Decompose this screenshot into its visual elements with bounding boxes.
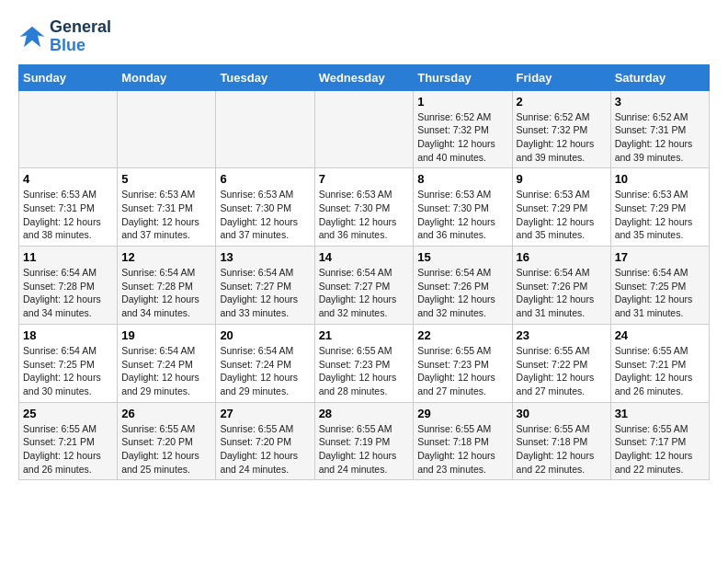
calendar-header-row: SundayMondayTuesdayWednesdayThursdayFrid… <box>19 64 710 90</box>
day-number: 21 <box>319 328 410 342</box>
day-number: 13 <box>220 250 310 264</box>
day-info: Sunrise: 6:52 AM Sunset: 7:32 PM Dayligh… <box>517 110 607 165</box>
calendar-table: SundayMondayTuesdayWednesdayThursdayFrid… <box>18 64 710 481</box>
week-row-5: 25Sunrise: 6:55 AM Sunset: 7:21 PM Dayli… <box>19 402 710 480</box>
day-info: Sunrise: 6:52 AM Sunset: 7:31 PM Dayligh… <box>615 110 705 165</box>
day-info: Sunrise: 6:53 AM Sunset: 7:29 PM Dayligh… <box>517 188 607 242</box>
day-number: 1 <box>417 95 507 109</box>
day-cell: 15Sunrise: 6:54 AM Sunset: 7:26 PM Dayli… <box>414 247 512 325</box>
day-number: 15 <box>417 250 507 264</box>
day-info: Sunrise: 6:54 AM Sunset: 7:25 PM Dayligh… <box>23 344 113 398</box>
day-info: Sunrise: 6:54 AM Sunset: 7:28 PM Dayligh… <box>121 266 211 320</box>
day-number: 22 <box>417 328 507 342</box>
day-info: Sunrise: 6:55 AM Sunset: 7:20 PM Dayligh… <box>121 422 211 477</box>
day-number: 10 <box>615 172 705 186</box>
day-number: 6 <box>220 172 310 186</box>
day-cell: 18Sunrise: 6:54 AM Sunset: 7:25 PM Dayli… <box>19 324 118 402</box>
day-cell: 17Sunrise: 6:54 AM Sunset: 7:25 PM Dayli… <box>610 247 709 325</box>
day-info: Sunrise: 6:55 AM Sunset: 7:22 PM Dayligh… <box>517 344 607 398</box>
week-row-2: 4Sunrise: 6:53 AM Sunset: 7:31 PM Daylig… <box>19 168 710 247</box>
day-number: 20 <box>220 328 310 342</box>
day-cell: 4Sunrise: 6:53 AM Sunset: 7:31 PM Daylig… <box>19 168 118 247</box>
day-number: 28 <box>319 407 410 420</box>
day-number: 25 <box>23 407 113 420</box>
logo: General Blue <box>18 18 111 55</box>
day-cell <box>118 90 216 168</box>
day-info: Sunrise: 6:54 AM Sunset: 7:26 PM Dayligh… <box>417 266 507 320</box>
day-number: 26 <box>121 407 211 420</box>
day-info: Sunrise: 6:53 AM Sunset: 7:30 PM Dayligh… <box>220 188 310 242</box>
day-cell: 16Sunrise: 6:54 AM Sunset: 7:26 PM Dayli… <box>512 247 610 325</box>
day-cell: 10Sunrise: 6:53 AM Sunset: 7:29 PM Dayli… <box>610 168 709 247</box>
day-cell: 26Sunrise: 6:55 AM Sunset: 7:20 PM Dayli… <box>118 402 216 480</box>
day-number: 30 <box>517 407 607 420</box>
day-cell <box>19 90 118 168</box>
day-info: Sunrise: 6:55 AM Sunset: 7:18 PM Dayligh… <box>417 422 507 477</box>
day-info: Sunrise: 6:54 AM Sunset: 7:28 PM Dayligh… <box>23 266 113 320</box>
day-cell: 31Sunrise: 6:55 AM Sunset: 7:17 PM Dayli… <box>610 402 709 480</box>
day-info: Sunrise: 6:55 AM Sunset: 7:18 PM Dayligh… <box>517 422 607 477</box>
day-info: Sunrise: 6:54 AM Sunset: 7:24 PM Dayligh… <box>121 344 211 398</box>
day-info: Sunrise: 6:55 AM Sunset: 7:23 PM Dayligh… <box>319 344 410 398</box>
day-cell: 11Sunrise: 6:54 AM Sunset: 7:28 PM Dayli… <box>19 247 118 325</box>
day-cell: 27Sunrise: 6:55 AM Sunset: 7:20 PM Dayli… <box>216 402 314 480</box>
day-cell: 9Sunrise: 6:53 AM Sunset: 7:29 PM Daylig… <box>512 168 610 247</box>
svg-marker-0 <box>20 27 45 48</box>
day-cell: 28Sunrise: 6:55 AM Sunset: 7:19 PM Dayli… <box>314 402 414 480</box>
day-number: 29 <box>417 407 507 420</box>
day-number: 3 <box>615 95 705 109</box>
day-info: Sunrise: 6:55 AM Sunset: 7:17 PM Dayligh… <box>615 422 705 477</box>
day-info: Sunrise: 6:54 AM Sunset: 7:25 PM Dayligh… <box>615 266 705 320</box>
day-info: Sunrise: 6:54 AM Sunset: 7:26 PM Dayligh… <box>517 266 607 320</box>
day-number: 8 <box>417 172 507 186</box>
header-friday: Friday <box>512 64 610 90</box>
day-info: Sunrise: 6:54 AM Sunset: 7:27 PM Dayligh… <box>319 266 410 320</box>
day-cell: 24Sunrise: 6:55 AM Sunset: 7:21 PM Dayli… <box>610 324 709 402</box>
day-number: 9 <box>517 172 607 186</box>
header-tuesday: Tuesday <box>216 64 314 90</box>
day-cell: 12Sunrise: 6:54 AM Sunset: 7:28 PM Dayli… <box>118 247 216 325</box>
day-info: Sunrise: 6:53 AM Sunset: 7:30 PM Dayligh… <box>417 188 507 242</box>
day-number: 27 <box>220 407 310 420</box>
day-cell: 30Sunrise: 6:55 AM Sunset: 7:18 PM Dayli… <box>512 402 610 480</box>
day-cell: 7Sunrise: 6:53 AM Sunset: 7:30 PM Daylig… <box>314 168 414 247</box>
day-cell: 20Sunrise: 6:54 AM Sunset: 7:24 PM Dayli… <box>216 324 314 402</box>
day-cell: 5Sunrise: 6:53 AM Sunset: 7:31 PM Daylig… <box>118 168 216 247</box>
day-number: 11 <box>23 250 113 264</box>
day-cell: 25Sunrise: 6:55 AM Sunset: 7:21 PM Dayli… <box>19 402 118 480</box>
day-cell: 21Sunrise: 6:55 AM Sunset: 7:23 PM Dayli… <box>314 324 414 402</box>
day-cell: 14Sunrise: 6:54 AM Sunset: 7:27 PM Dayli… <box>314 247 414 325</box>
day-number: 19 <box>121 328 211 342</box>
day-number: 16 <box>517 250 607 264</box>
day-number: 31 <box>615 407 705 420</box>
day-cell: 3Sunrise: 6:52 AM Sunset: 7:31 PM Daylig… <box>610 90 709 168</box>
logo-text: General Blue <box>50 18 111 55</box>
day-number: 23 <box>517 328 607 342</box>
header-saturday: Saturday <box>610 64 709 90</box>
day-cell: 8Sunrise: 6:53 AM Sunset: 7:30 PM Daylig… <box>414 168 512 247</box>
day-cell: 22Sunrise: 6:55 AM Sunset: 7:23 PM Dayli… <box>414 324 512 402</box>
day-info: Sunrise: 6:55 AM Sunset: 7:20 PM Dayligh… <box>220 422 310 477</box>
day-info: Sunrise: 6:53 AM Sunset: 7:31 PM Dayligh… <box>121 188 211 242</box>
day-info: Sunrise: 6:55 AM Sunset: 7:21 PM Dayligh… <box>615 344 705 398</box>
logo-icon <box>18 23 46 51</box>
week-row-4: 18Sunrise: 6:54 AM Sunset: 7:25 PM Dayli… <box>19 324 710 402</box>
day-info: Sunrise: 6:53 AM Sunset: 7:30 PM Dayligh… <box>319 188 410 242</box>
day-cell: 13Sunrise: 6:54 AM Sunset: 7:27 PM Dayli… <box>216 247 314 325</box>
header-thursday: Thursday <box>414 64 512 90</box>
day-number: 7 <box>319 172 410 186</box>
day-cell: 2Sunrise: 6:52 AM Sunset: 7:32 PM Daylig… <box>512 90 610 168</box>
day-cell: 6Sunrise: 6:53 AM Sunset: 7:30 PM Daylig… <box>216 168 314 247</box>
day-number: 18 <box>23 328 113 342</box>
day-cell <box>314 90 414 168</box>
page-header: General Blue <box>18 18 710 55</box>
day-number: 12 <box>121 250 211 264</box>
day-info: Sunrise: 6:54 AM Sunset: 7:24 PM Dayligh… <box>220 344 310 398</box>
day-cell <box>216 90 314 168</box>
day-info: Sunrise: 6:53 AM Sunset: 7:29 PM Dayligh… <box>615 188 705 242</box>
week-row-1: 1Sunrise: 6:52 AM Sunset: 7:32 PM Daylig… <box>19 90 710 168</box>
week-row-3: 11Sunrise: 6:54 AM Sunset: 7:28 PM Dayli… <box>19 247 710 325</box>
day-cell: 29Sunrise: 6:55 AM Sunset: 7:18 PM Dayli… <box>414 402 512 480</box>
day-number: 24 <box>615 328 705 342</box>
day-number: 17 <box>615 250 705 264</box>
